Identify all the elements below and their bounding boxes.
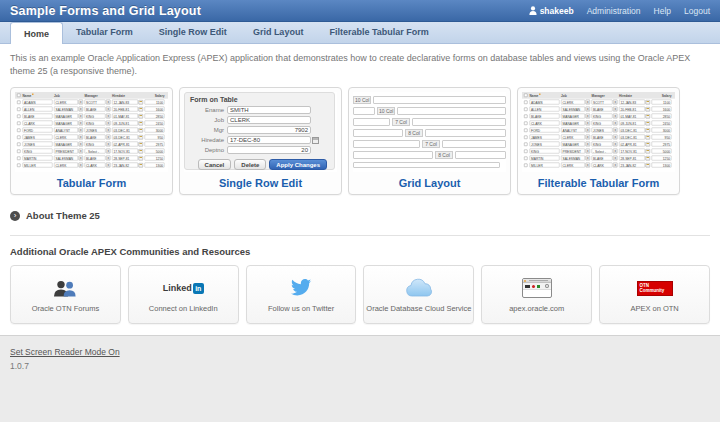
checkbox-icon xyxy=(17,107,21,111)
select-arrow-icon: ▾ xyxy=(79,107,84,112)
select-arrow-icon: ▾ xyxy=(106,142,111,147)
required-icon xyxy=(539,93,541,95)
calendar-icon xyxy=(139,142,144,147)
feature-cards: NameJobManagerHiredateSalaryADAMSCLERK▾S… xyxy=(10,87,710,195)
checkbox-icon xyxy=(524,149,528,153)
checkbox-icon xyxy=(524,163,528,167)
calendar-icon xyxy=(646,142,651,147)
grid-layout-link[interactable]: Grid Layout xyxy=(353,177,506,189)
select-arrow-icon: ▾ xyxy=(613,142,618,147)
calendar-icon xyxy=(139,100,144,105)
select-arrow-icon: ▾ xyxy=(79,128,84,133)
checkbox-icon xyxy=(17,114,21,118)
checkbox-icon xyxy=(524,121,528,125)
select-arrow-icon: ▾ xyxy=(79,156,84,161)
select-arrow-icon: ▾ xyxy=(106,114,111,119)
select-arrow-icon: ▾ xyxy=(106,149,111,154)
select-arrow-icon: ▾ xyxy=(613,121,618,126)
resource-cards: Oracle OTN Forums Linked in Connect on L… xyxy=(10,265,710,324)
select-arrow-icon: ▾ xyxy=(106,156,111,161)
calendar-icon xyxy=(646,149,651,154)
resource-card-apex-oracle-com[interactable]: apex.oracle.com xyxy=(481,265,592,324)
select-arrow-icon: ▾ xyxy=(106,100,111,105)
card-single-row-edit[interactable]: Form on Table EnameSMITHJobCLERKMgr7902H… xyxy=(179,87,342,195)
resource-card-label: Oracle OTN Forums xyxy=(32,304,100,313)
intro-text: This is an example Oracle Application Ex… xyxy=(10,52,714,78)
select-arrow-icon: ▾ xyxy=(79,121,84,126)
select-arrow-icon: ▾ xyxy=(586,149,591,154)
resource-card-linkedin[interactable]: Linked in Connect on LinkedIn xyxy=(128,265,239,324)
select-arrow-icon: ▾ xyxy=(613,100,618,105)
grid-row: 7 Col xyxy=(353,138,506,149)
checkbox-icon xyxy=(17,156,21,160)
resource-card-twitter[interactable]: Follow us on Twitter xyxy=(246,265,357,324)
form-fields: EnameSMITHJobCLERKMgr7902Hiredate17-DEC-… xyxy=(190,105,329,155)
tab-filterable-tabular-form[interactable]: Filterable Tabular Form xyxy=(316,22,441,43)
checkbox-icon xyxy=(524,135,528,139)
card-tabular-form[interactable]: NameJobManagerHiredateSalaryADAMSCLERK▾S… xyxy=(10,87,173,195)
checkbox-icon xyxy=(17,100,21,104)
tab-home[interactable]: Home xyxy=(10,22,63,44)
select-arrow-icon: ▾ xyxy=(586,121,591,126)
header-links: shakeeb AdministrationHelpLogout xyxy=(529,6,710,16)
apply-changes-button-thumb: Apply Changes xyxy=(269,159,327,170)
help-link[interactable]: Help xyxy=(654,6,671,16)
select-arrow-icon: ▾ xyxy=(106,121,111,126)
checkbox-icon xyxy=(524,156,528,160)
calendar-icon xyxy=(646,107,651,112)
app-title: Sample Forms and Grid Layout xyxy=(10,4,201,18)
calendar-icon xyxy=(646,121,651,126)
select-arrow-icon: ▾ xyxy=(586,128,591,133)
resource-card-label: apex.oracle.com xyxy=(509,304,564,313)
tab-tabular-form[interactable]: Tabular Form xyxy=(63,22,146,43)
administration-link[interactable]: Administration xyxy=(587,6,641,16)
tab-single-row-edit[interactable]: Single Row Edit xyxy=(146,22,240,43)
tab-grid-layout[interactable]: Grid Layout xyxy=(240,22,317,43)
grid-row: 8 Col xyxy=(353,149,506,160)
checkbox-icon xyxy=(17,135,21,139)
form-on-table-region: Form on Table EnameSMITHJobCLERKMgr7902H… xyxy=(184,92,335,170)
app-version: 1.0.7 xyxy=(10,361,710,371)
resource-card-label: Follow us on Twitter xyxy=(268,304,334,313)
select-arrow-icon: ▾ xyxy=(586,142,591,147)
select-arrow-icon: ▾ xyxy=(613,107,618,112)
select-arrow-icon: ▾ xyxy=(79,114,84,119)
checkbox-icon xyxy=(17,149,21,153)
expand-icon: › xyxy=(10,211,20,221)
resource-card-oracle-otn-forums[interactable]: Oracle OTN Forums xyxy=(10,265,121,324)
resource-card-apex-on-otn[interactable]: OTN Community APEX on OTN xyxy=(599,265,710,324)
page-footer: Set Screen Reader Mode On 1.0.7 xyxy=(0,335,720,422)
form-field-hiredate: Hiredate17-DEC-80 xyxy=(190,135,329,145)
card-filterable-tabular-form[interactable]: NameJobManagerHiredateSalaryADAMSCLERK▾S… xyxy=(517,87,680,195)
tabular-form-link[interactable]: Tabular Form xyxy=(15,177,168,189)
screen-reader-mode-link[interactable]: Set Screen Reader Mode On xyxy=(10,347,120,357)
calendar-icon xyxy=(646,156,651,161)
username: shakeeb xyxy=(540,6,574,16)
linkedin-icon: Linked in xyxy=(163,276,204,300)
select-arrow-icon: ▾ xyxy=(79,100,84,105)
user-icon xyxy=(529,6,537,15)
form-field-ename: EnameSMITH xyxy=(190,105,329,115)
single-row-edit-link[interactable]: Single Row Edit xyxy=(184,177,337,189)
card-grid-layout[interactable]: 10 Col10 Col7 Col8 Col7 Col8 Col Grid La… xyxy=(348,87,511,195)
calendar-icon xyxy=(646,128,651,133)
form-region-title: Form on Table xyxy=(190,96,329,103)
main-content: This is an example Oracle Application Ex… xyxy=(0,44,720,324)
select-arrow-icon: ▾ xyxy=(586,156,591,161)
select-arrow-icon: ▾ xyxy=(586,107,591,112)
resource-card-cloud-service[interactable]: Oracle Database Cloud Service xyxy=(363,265,474,324)
filterable-tabular-form-link[interactable]: Filterable Tabular Form xyxy=(522,177,675,189)
browser-window-icon xyxy=(522,276,552,300)
select-arrow-icon: ▾ xyxy=(613,114,618,119)
checkbox-icon xyxy=(17,121,21,125)
user-menu: shakeeb xyxy=(529,6,574,16)
grid-row: 8 Col xyxy=(353,127,506,138)
calendar-icon xyxy=(646,135,651,140)
cloud-icon xyxy=(404,276,434,300)
logout-link[interactable]: Logout xyxy=(684,6,710,16)
calendar-icon xyxy=(139,135,144,140)
checkbox-icon xyxy=(524,100,528,104)
about-theme-25-toggle[interactable]: › About Theme 25 xyxy=(10,210,710,221)
calendar-icon xyxy=(139,149,144,154)
tabular-form-thumbnail: NameJobManagerHiredateSalaryADAMSCLERK▾S… xyxy=(15,92,168,172)
